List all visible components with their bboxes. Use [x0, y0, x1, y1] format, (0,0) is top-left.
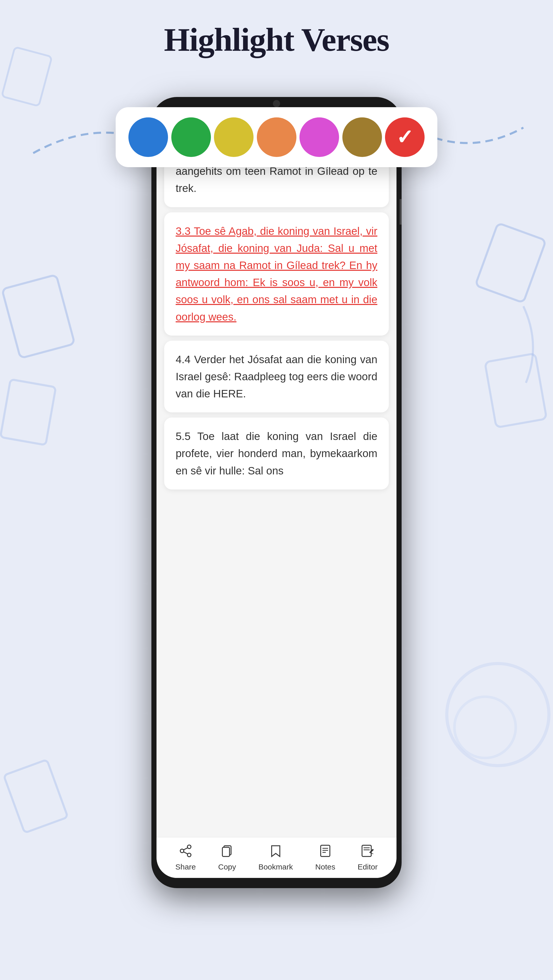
bookmark-button[interactable]: Bookmark — [258, 844, 293, 871]
notes-button[interactable]: Notes — [315, 844, 335, 871]
svg-point-10 — [187, 853, 191, 857]
copy-icon — [220, 844, 234, 861]
svg-point-9 — [180, 849, 184, 853]
phone-body: 3:09 3G — [151, 97, 402, 888]
svg-rect-2 — [475, 223, 546, 303]
svg-rect-15 — [321, 845, 330, 856]
editor-button[interactable]: Editor — [358, 844, 378, 871]
color-blue[interactable] — [128, 118, 168, 157]
verse-card-4-4[interactable]: 4.4 Verder het Jósafat aan die koning va… — [164, 341, 389, 413]
bookmark-label: Bookmark — [258, 862, 293, 871]
color-pink[interactable] — [300, 118, 339, 157]
share-button[interactable]: Share — [175, 844, 196, 871]
page-title: Highlight Verses — [0, 21, 553, 59]
phone-screen: 3:09 3G — [156, 112, 397, 878]
svg-rect-1 — [0, 379, 56, 445]
verse-text-3-3: 3.3 Toe sê Agab, die koning van Israel, … — [176, 223, 377, 325]
bookmark-icon — [269, 844, 282, 861]
color-yellow[interactable] — [214, 118, 253, 157]
copy-label: Copy — [218, 862, 236, 871]
editor-icon — [361, 844, 374, 861]
verse-card-3-3[interactable]: 3.3 Toe sê Agab, die koning van Israel, … — [164, 212, 389, 336]
svg-point-4 — [447, 663, 549, 765]
notes-icon — [319, 844, 332, 861]
svg-line-12 — [183, 852, 188, 854]
svg-rect-0 — [2, 275, 75, 358]
svg-rect-19 — [362, 845, 371, 856]
svg-point-5 — [454, 697, 516, 758]
bottom-action-bar: Share Copy — [156, 837, 397, 878]
verse-text-4-4: 4.4 Verder het Jósafat aan die koning va… — [176, 351, 377, 402]
color-red-selected[interactable]: ✓ — [385, 118, 425, 157]
color-orange[interactable] — [257, 118, 296, 157]
color-green[interactable] — [171, 118, 211, 157]
svg-line-11 — [183, 848, 188, 850]
share-label: Share — [175, 862, 196, 871]
share-icon — [179, 844, 192, 861]
color-brown[interactable] — [343, 118, 382, 157]
verse-card-5-5[interactable]: 5.5 Toe laat die koning van Israel die p… — [164, 417, 389, 490]
screen-content: en beeste in menigte gestag en hom aange… — [156, 135, 397, 837]
svg-point-8 — [187, 845, 191, 849]
phone-device: 3:09 3G — [141, 72, 412, 914]
copy-button[interactable]: Copy — [218, 844, 236, 871]
svg-rect-14 — [222, 847, 229, 856]
phone-side-button — [400, 199, 402, 224]
verse-text-5-5: 5.5 Toe laat die koning van Israel die p… — [176, 428, 377, 479]
color-picker-popup: ✓ — [116, 107, 437, 167]
notes-label: Notes — [315, 862, 335, 871]
svg-rect-3 — [485, 353, 547, 428]
editor-label: Editor — [358, 862, 378, 871]
svg-rect-6 — [3, 759, 68, 833]
